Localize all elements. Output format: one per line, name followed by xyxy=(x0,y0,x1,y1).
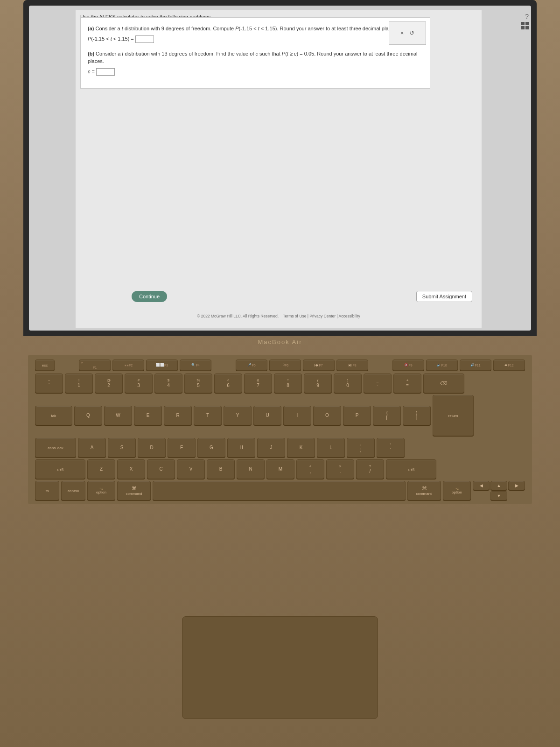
part-a-text: (a) Consider a t distribution with 9 deg… xyxy=(88,25,423,33)
bottom-row: fn control ⌥ option ⌘ command ⌘ command … xyxy=(35,481,525,500)
c-key[interactable]: C xyxy=(147,459,175,479)
quote-key[interactable]: "' xyxy=(377,438,405,458)
comma-key[interactable]: <, xyxy=(296,459,324,479)
part-a-answer: P(-1.15 < t < 1.15) = xyxy=(88,35,423,43)
6-key[interactable]: ^6 xyxy=(214,374,242,393)
k-key[interactable]: K xyxy=(287,438,315,458)
right-shift-key[interactable]: shift xyxy=(386,459,436,479)
left-command-key[interactable]: ⌘ command xyxy=(117,481,151,500)
1-key[interactable]: !1 xyxy=(65,374,93,393)
zxcv-row: shift Z X C V B N M <, >. ?/ shift xyxy=(35,459,525,479)
spacebar[interactable] xyxy=(153,481,406,500)
question-box: × ↺ (a) Consider a t distribution with 9… xyxy=(80,17,430,89)
fn-key[interactable]: fn xyxy=(35,481,59,500)
f3-key[interactable]: ⬜⬜ F3 xyxy=(146,359,178,371)
part-b-input[interactable] xyxy=(96,68,115,76)
continue-button[interactable]: Continue xyxy=(132,291,167,302)
4-key[interactable]: $4 xyxy=(154,374,182,393)
e-key[interactable]: E xyxy=(134,406,162,425)
grid-icon[interactable] xyxy=(521,22,529,31)
5-key[interactable]: %5 xyxy=(184,374,212,393)
part-b-answer: c = xyxy=(88,68,423,76)
right-option-key[interactable]: ⌥ option xyxy=(443,481,471,500)
equals-key[interactable]: += xyxy=(393,374,421,393)
f4-key[interactable]: 🔍 F4 xyxy=(180,359,211,371)
z-key[interactable]: Z xyxy=(87,459,115,479)
f8-key[interactable]: ⏯ F8 xyxy=(336,359,368,371)
f2-key[interactable]: ☀☀ F2 xyxy=(112,359,144,371)
copyright-text: © 2022 McGraw Hill LLC. All Rights Reser… xyxy=(197,314,279,318)
down-arrow-key[interactable]: ▼ xyxy=(490,491,507,500)
x-key[interactable]: X xyxy=(117,459,145,479)
p-key[interactable]: P xyxy=(343,406,371,425)
footer: © 2022 McGraw Hill LLC. All Rights Reser… xyxy=(76,314,482,318)
f6-key[interactable]: ☽ F6 xyxy=(269,359,301,371)
caps-lock-key[interactable]: caps lock xyxy=(35,438,76,458)
laptop-body: ? Use the ALEKS calculator to solve the … xyxy=(0,0,560,747)
0-key[interactable]: )0 xyxy=(334,374,362,393)
f7-key[interactable]: ⏮ F7 xyxy=(303,359,335,371)
part-b: (b) Consider a t distribution with 13 de… xyxy=(88,50,423,76)
arrow-cluster: ◀ ▲ ▼ ▶ xyxy=(473,481,525,500)
n-key[interactable]: N xyxy=(237,459,265,479)
control-key[interactable]: control xyxy=(61,481,85,500)
left-option-key[interactable]: ⌥ option xyxy=(87,481,115,500)
right-command-key[interactable]: ⌘ command xyxy=(407,481,441,500)
number-row: ~` !1 @2 #3 $4 %5 ^6 &7 xyxy=(35,374,525,393)
help-icon[interactable]: ? xyxy=(525,13,529,20)
rbracket-key[interactable]: }] xyxy=(403,406,431,425)
semicolon-key[interactable]: :; xyxy=(347,438,375,458)
trackpad[interactable] xyxy=(182,616,378,719)
j-key[interactable]: J xyxy=(257,438,285,458)
calculator-panel: × ↺ xyxy=(389,21,426,45)
lbracket-key[interactable]: {[ xyxy=(373,406,401,425)
f-key[interactable]: F xyxy=(168,438,196,458)
return-key[interactable]: return xyxy=(433,395,474,436)
s-key[interactable]: S xyxy=(108,438,136,458)
period-key[interactable]: >. xyxy=(326,459,354,479)
7-key[interactable]: &7 xyxy=(244,374,272,393)
m-key[interactable]: M xyxy=(266,459,294,479)
slash-key[interactable]: ?/ xyxy=(356,459,384,479)
refresh-icon[interactable]: ↺ xyxy=(409,28,414,38)
a-key[interactable]: A xyxy=(78,438,106,458)
y-key[interactable]: Y xyxy=(224,406,252,425)
8-key[interactable]: *8 xyxy=(274,374,302,393)
part-a-input[interactable] xyxy=(135,35,154,43)
u-key[interactable]: U xyxy=(253,406,281,425)
g-key[interactable]: G xyxy=(197,438,225,458)
v-key[interactable]: V xyxy=(177,459,205,479)
esc-key[interactable]: esc xyxy=(35,359,55,371)
f11-key[interactable]: 🔊 F11 xyxy=(460,359,491,371)
3-key[interactable]: #3 xyxy=(125,374,153,393)
right-arrow-key[interactable]: ▶ xyxy=(508,481,525,490)
f10-key[interactable]: 🔉 F10 xyxy=(426,359,458,371)
l-key[interactable]: L xyxy=(317,438,345,458)
backtick-key[interactable]: ~` xyxy=(35,374,63,393)
t-key[interactable]: T xyxy=(194,406,222,425)
submit-assignment-button[interactable]: Submit Assignment xyxy=(416,291,472,302)
minus-key[interactable]: _- xyxy=(364,374,392,393)
tab-key[interactable]: tab xyxy=(35,406,72,425)
close-icon[interactable]: × xyxy=(400,28,404,38)
b-key[interactable]: B xyxy=(207,459,235,479)
i-key[interactable]: I xyxy=(283,406,311,425)
f5-key[interactable]: 🎤 F5 xyxy=(236,359,267,371)
h-key[interactable]: H xyxy=(227,438,255,458)
left-arrow-key[interactable]: ◀ xyxy=(473,481,490,490)
f12-key[interactable]: ⏏ F12 xyxy=(493,359,525,371)
w-key[interactable]: W xyxy=(104,406,132,425)
d-key[interactable]: D xyxy=(138,438,166,458)
backspace-key[interactable]: ⌫ xyxy=(423,374,464,393)
q-key[interactable]: Q xyxy=(74,406,102,425)
f1-key[interactable]: ☀ F1 xyxy=(79,359,111,371)
svg-rect-0 xyxy=(521,22,525,25)
asdf-row: caps lock A S D F G H J K L :; "' xyxy=(35,438,525,458)
left-shift-key[interactable]: shift xyxy=(35,459,85,479)
r-key[interactable]: R xyxy=(164,406,192,425)
f9-key[interactable]: 🔇 F9 xyxy=(392,359,424,371)
2-key[interactable]: @2 xyxy=(95,374,123,393)
up-arrow-key[interactable]: ▲ xyxy=(490,481,507,490)
o-key[interactable]: O xyxy=(313,406,341,425)
9-key[interactable]: (9 xyxy=(304,374,332,393)
